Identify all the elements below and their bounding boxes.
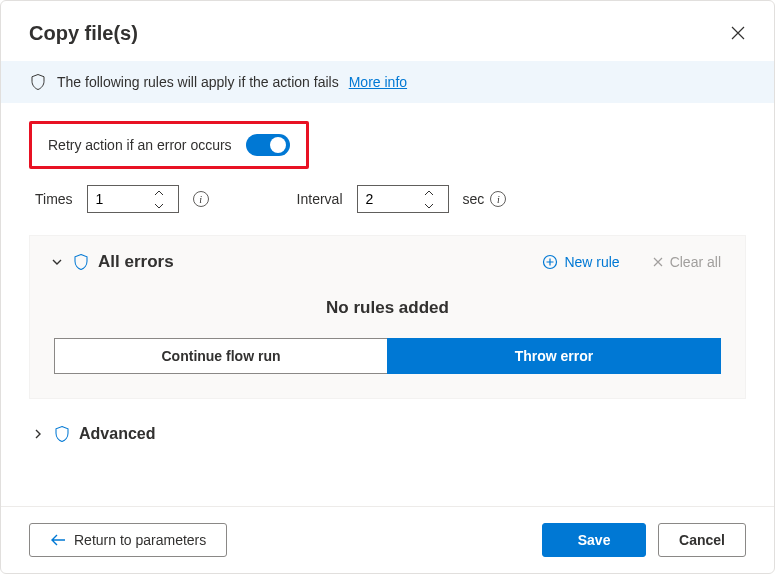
chevron-down-icon: [424, 203, 434, 209]
no-rules-text: No rules added: [50, 298, 725, 318]
interval-spinners: [418, 186, 440, 212]
times-up-button[interactable]: [149, 186, 170, 199]
return-button[interactable]: Return to parameters: [29, 523, 227, 557]
dialog-footer: Return to parameters Save Cancel: [1, 506, 774, 573]
chevron-down-icon[interactable]: [50, 255, 64, 269]
save-label: Save: [578, 532, 611, 548]
interval-down-button[interactable]: [419, 199, 440, 212]
errors-title: All errors: [98, 252, 530, 272]
cancel-label: Cancel: [679, 532, 725, 548]
banner-text: The following rules will apply if the ac…: [57, 74, 339, 90]
interval-unit: sec: [463, 191, 485, 207]
times-field: [87, 185, 179, 213]
chevron-up-icon: [154, 190, 164, 196]
clear-all-label: Clear all: [670, 254, 721, 270]
info-banner: The following rules will apply if the ac…: [1, 61, 774, 103]
close-button[interactable]: [726, 21, 750, 45]
shield-icon: [53, 425, 71, 443]
toggle-knob: [270, 137, 286, 153]
times-down-button[interactable]: [149, 199, 170, 212]
times-spinners: [148, 186, 170, 212]
throw-error-button[interactable]: Throw error: [387, 338, 721, 374]
arrow-left-icon: [50, 533, 66, 547]
clear-all-button[interactable]: Clear all: [648, 252, 725, 272]
retry-toggle[interactable]: [246, 134, 290, 156]
times-label: Times: [35, 191, 73, 207]
advanced-label: Advanced: [79, 425, 155, 443]
dialog: Copy file(s) The following rules will ap…: [0, 0, 775, 574]
cancel-button[interactable]: Cancel: [658, 523, 746, 557]
times-info-icon[interactable]: i: [193, 191, 209, 207]
interval-up-button[interactable]: [419, 186, 440, 199]
interval-field: [357, 185, 449, 213]
interval-label: Interval: [297, 191, 343, 207]
errors-panel: All errors New rule Clear all No rules a…: [29, 235, 746, 399]
error-mode-segments: Continue flow run Throw error: [54, 338, 721, 374]
close-icon: [730, 25, 746, 41]
dialog-header: Copy file(s): [1, 1, 774, 61]
close-icon: [652, 256, 664, 268]
chevron-up-icon: [424, 190, 434, 196]
more-info-link[interactable]: More info: [349, 74, 407, 90]
return-label: Return to parameters: [74, 532, 206, 548]
save-button[interactable]: Save: [542, 523, 646, 557]
retry-label: Retry action if an error occurs: [48, 137, 232, 153]
interval-info-icon[interactable]: i: [490, 191, 506, 207]
interval-input[interactable]: [358, 186, 418, 212]
shield-icon: [72, 253, 90, 271]
chevron-down-icon: [154, 203, 164, 209]
dialog-body: Retry action if an error occurs Times i …: [1, 103, 774, 506]
new-rule-label: New rule: [564, 254, 619, 270]
plus-circle-icon: [542, 254, 558, 270]
new-rule-button[interactable]: New rule: [538, 252, 623, 272]
advanced-section-toggle[interactable]: Advanced: [29, 425, 746, 443]
shield-icon: [29, 73, 47, 91]
retry-highlight: Retry action if an error occurs: [29, 121, 309, 169]
errors-header: All errors New rule Clear all: [50, 252, 725, 272]
dialog-title: Copy file(s): [29, 22, 138, 45]
chevron-right-icon: [31, 427, 45, 441]
continue-flow-button[interactable]: Continue flow run: [54, 338, 387, 374]
retry-params-row: Times i Interval sec i: [29, 185, 746, 213]
times-input[interactable]: [88, 186, 148, 212]
